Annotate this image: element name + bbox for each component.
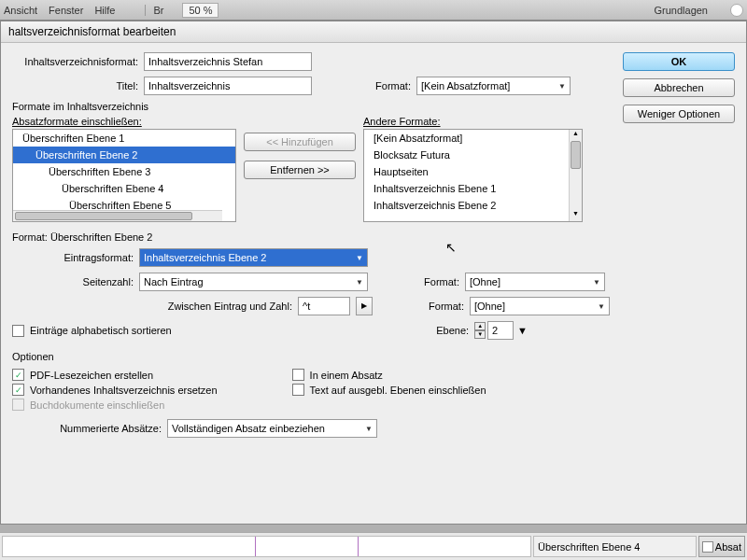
workspace-label[interactable]: Grundlagen: [655, 5, 709, 16]
search-icon[interactable]: [730, 4, 743, 17]
toolbar-br-icon[interactable]: Br: [145, 5, 163, 16]
list-item[interactable]: Überschriften Ebene 1: [13, 130, 235, 147]
list-item[interactable]: Inhaltsverzeichnis Ebene 2: [364, 197, 582, 214]
label-bookdocs: Buchdokumente einschließen: [30, 399, 164, 411]
label-page-num: Seitenzahl:: [12, 276, 134, 287]
label-hidden-layers: Text auf ausgebl. Ebenen einschließen: [310, 385, 486, 396]
title-input[interactable]: [144, 77, 312, 95]
chevron-down-icon: ▼: [558, 82, 566, 91]
list-item[interactable]: [Kein Absatzformat]: [364, 130, 582, 147]
checkbox-replace[interactable]: ✓: [12, 384, 24, 396]
stepper-up-icon[interactable]: ▲: [474, 322, 486, 330]
checkbox-pdf[interactable]: ✓: [12, 369, 24, 381]
list-item[interactable]: Blocksatz Futura: [364, 147, 582, 163]
label-format-top: Format:: [355, 80, 411, 91]
format-select-2[interactable]: [Ohne]▼: [470, 297, 610, 315]
label-alpha-sort: Einträge alphabetisch sortieren: [30, 325, 172, 336]
list-item[interactable]: Inhaltsverzeichnis Ebene 1: [364, 180, 582, 197]
fewer-options-button[interactable]: Weniger Optionen: [623, 105, 735, 123]
level-input[interactable]: [487, 321, 514, 340]
other-listbox[interactable]: [Kein Absatzformat] Blocksatz Futura Hau…: [363, 129, 583, 222]
num-para-select[interactable]: Vollständigen Absatz einbeziehen▼: [167, 419, 377, 438]
ok-button[interactable]: OK: [623, 52, 735, 71]
remove-button[interactable]: Entfernen >>: [244, 161, 356, 179]
page-num-select[interactable]: Nach Eintrag▼: [139, 273, 368, 291]
chevron-down-icon: ▼: [365, 425, 373, 433]
dialog-title: haltsverzeichnisformat bearbeiten: [1, 21, 746, 43]
menu-hilfe[interactable]: Hilfe: [94, 5, 115, 16]
label-other: Andere Formate:: [363, 116, 583, 127]
include-listbox[interactable]: Überschriften Ebene 1 Überschriften Eben…: [12, 129, 236, 222]
chevron-down-icon: ▼: [593, 278, 600, 287]
h-scrollbar[interactable]: [13, 210, 222, 221]
format-select[interactable]: [Kein Absatzformat]▼: [416, 77, 571, 95]
label-include: Absatzformate einschließen:: [12, 116, 236, 127]
toc-format-dialog: haltsverzeichnisformat bearbeiten Inhalt…: [0, 21, 747, 525]
label-single-para: In einem Absatz: [310, 370, 383, 381]
v-scrollbar[interactable]: ▲ ▼: [569, 130, 582, 221]
between-input[interactable]: [298, 297, 350, 315]
format-heading: Format: Überschriften Ebene 2: [12, 231, 152, 243]
list-item[interactable]: Hauptseiten: [364, 163, 582, 180]
label-replace: Vorhandenes Inhaltsverzeichnis ersetzen: [30, 385, 218, 396]
label-between: Zwischen Eintrag und Zahl:: [12, 301, 292, 312]
label-level: Ebene:: [436, 325, 469, 336]
label-num-para: Nummerierte Absätze:: [12, 423, 162, 434]
zoom-field[interactable]: 50 %: [182, 3, 218, 18]
label-entry-format: Eintragsformat:: [12, 252, 134, 263]
checkbox-single-para[interactable]: [292, 369, 304, 381]
checkbox-hidden-layers[interactable]: [292, 384, 304, 396]
checkbox-alpha-sort[interactable]: [12, 325, 24, 337]
section-formats: Formate im Inhaltsverzeichnis: [12, 101, 612, 112]
toc-format-input[interactable]: [144, 52, 312, 71]
cancel-button[interactable]: Abbrechen: [623, 78, 735, 97]
level-spinner[interactable]: ▲▼ ▼: [474, 321, 528, 340]
stepper-down-icon[interactable]: ▼: [474, 330, 486, 339]
ruler-area: [2, 536, 531, 557]
label-pdf: PDF-Lesezeichen erstellen: [30, 370, 153, 381]
panel-tab[interactable]: Absat: [698, 536, 745, 557]
list-item[interactable]: Überschriften Ebene 2: [13, 147, 235, 163]
footer-strip: Überschriften Ebene 4 Absat: [0, 532, 747, 560]
options-heading: Optionen: [12, 351, 612, 362]
chevron-down-icon: ▼: [356, 254, 363, 262]
paragraph-icon: [702, 541, 713, 553]
menu-ansicht[interactable]: Ansicht: [4, 5, 37, 16]
label-format-2: Format:: [406, 301, 464, 312]
chevron-down-icon: ▼: [356, 278, 363, 287]
chevron-down-icon: ▼: [517, 325, 528, 336]
style-indicator: Überschriften Ebene 4: [533, 536, 697, 557]
format-select-1[interactable]: [Ohne]▼: [465, 273, 605, 291]
list-item[interactable]: Überschriften Ebene 4: [13, 180, 235, 197]
menu-fenster[interactable]: Fenster: [49, 5, 83, 16]
label-format-1: Format:: [402, 276, 459, 287]
menubar: Ansicht Fenster Hilfe Br 50 % Grundlagen: [0, 0, 747, 21]
entry-format-select[interactable]: Inhaltsverzeichnis Ebene 2▼: [139, 248, 368, 267]
flyout-button[interactable]: ▶: [356, 297, 373, 315]
list-item[interactable]: Überschriften Ebene 3: [13, 163, 235, 180]
chevron-down-icon: ▼: [598, 302, 605, 311]
label-toc-format: Inhaltsverzeichnisformat:: [12, 56, 138, 67]
checkbox-bookdocs: [12, 399, 24, 411]
label-title: Titel:: [12, 80, 138, 91]
add-button[interactable]: << Hinzufügen: [244, 133, 356, 151]
